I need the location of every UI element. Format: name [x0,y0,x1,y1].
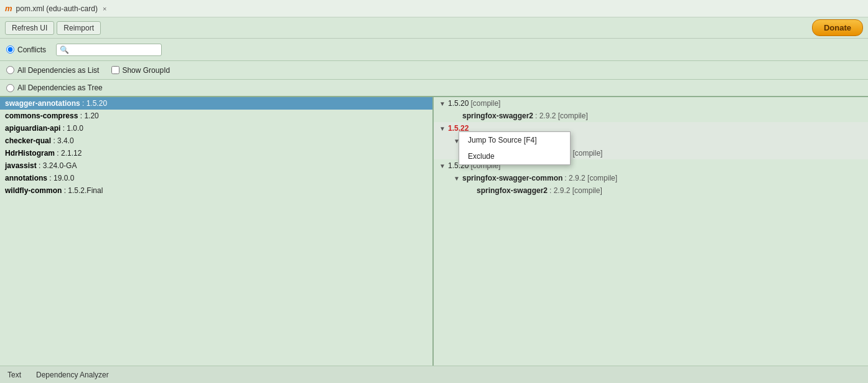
context-menu-item[interactable]: Exclude [459,148,570,164]
tree-item-extra: [compile] [470,99,500,108]
main-content: swagger-annotations : 1.5.20commons-comp… [0,97,868,366]
table-row[interactable]: ▼1.5.20 [compile] [434,97,868,110]
title-text: pom.xml (edu-auth-card) [16,4,98,13]
list-item[interactable]: swagger-annotations : 1.5.20 [0,97,432,110]
tree-toggle-icon[interactable]: ▼ [439,100,446,107]
tree-toggle-icon[interactable]: ▼ [439,125,446,132]
table-row[interactable]: springfox-swagger2 : 2.9.2 [compile] [434,184,868,197]
close-icon[interactable]: × [103,5,106,12]
indent-spacer [439,174,451,182]
dep-name: HdrHistogram [5,149,55,158]
search-icon: 🔍 [60,45,69,54]
conflicts-radio[interactable] [6,45,14,54]
title-bar: m pom.xml (edu-auth-card) × [0,0,868,17]
right-panel: ▼1.5.20 [compile] springfox-swagger2 : 2… [434,97,868,366]
dep-name: wildfly-common [5,186,62,195]
show-groupid-group: Show GroupId [111,66,170,75]
tree-item-extra: : 2.9.2 [compile] [535,111,588,120]
tree-item-name: springfox-swagger2 [462,111,533,120]
show-groupid-checkbox[interactable] [111,66,119,74]
dep-version: : 3.24.0-GA [37,161,77,170]
indent-spacer [439,136,451,145]
toolbar: Refresh UI Reimport Donate [0,17,868,39]
dep-version: : 1.0.0 [60,124,83,133]
dep-version: : 1.20 [78,111,98,120]
dependency-analyzer-tab[interactable]: Dependency Analyzer [34,369,111,381]
all-deps-tree-radio[interactable] [6,84,14,92]
indent-spacer [439,186,451,195]
all-deps-list-radio-group: All Dependencies as List [6,66,99,75]
dep-version: : 19.0.0 [47,174,74,182]
dep-name: checker-qual [5,136,51,145]
indent-spacer [439,149,451,158]
tree-toggle-icon[interactable]: ▼ [453,175,460,182]
all-deps-tree-radio-group: All Dependencies as Tree [6,83,103,92]
dep-version: : 1.5.20 [80,99,107,108]
conflicts-label[interactable]: Conflicts [17,45,46,54]
list-item[interactable]: apiguardian-api : 1.0.0 [0,122,432,135]
left-panel: swagger-annotations : 1.5.20commons-comp… [0,97,434,366]
options-bar-1: All Dependencies as List Show GroupId [0,61,868,80]
tree-item-extra: : 2.9.2 [compile] [564,174,617,182]
show-groupid-label[interactable]: Show GroupId [122,66,170,75]
dep-version: : 1.5.2.Final [62,186,103,195]
donate-button[interactable]: Donate [812,19,863,36]
all-deps-list-label[interactable]: All Dependencies as List [17,66,99,75]
dep-name: swagger-annotations [5,99,80,108]
search-input[interactable] [71,45,158,54]
table-row[interactable]: springfox-swagger2 : 2.9.2 [compile] [434,110,868,122]
indent-spacer [453,186,465,195]
filter-bar: Conflicts 🔍 [0,39,868,61]
tree-item-name: springfox-swagger2 [477,186,548,195]
context-menu: Jump To Source [F4]Exclude [459,131,571,165]
all-deps-tree-label[interactable]: All Dependencies as Tree [17,83,103,92]
dep-name: commons-compress [5,111,78,120]
all-deps-list-radio[interactable] [6,66,14,74]
dep-name: annotations [5,174,47,182]
dep-name: apiguardian-api [5,124,60,133]
tree-toggle-icon[interactable]: ▼ [439,163,446,169]
list-item[interactable]: checker-qual : 3.4.0 [0,135,432,147]
tree-item-name: springfox-swagger-common [462,174,562,182]
dep-version: : 2.1.12 [55,149,82,158]
text-tab[interactable]: Text [5,369,24,381]
list-item[interactable]: commons-compress : 1.20 [0,110,432,122]
dep-version: : 3.4.0 [51,136,74,145]
list-item[interactable]: javassist : 3.24.0-GA [0,159,432,172]
tree-item-name: 1.5.20 [448,99,469,108]
search-box: 🔍 [56,44,162,56]
tree-item-extra: : 2.9.2 [compile] [549,186,602,195]
list-item[interactable]: wildfly-common : 1.5.2.Final [0,184,432,197]
context-menu-item[interactable]: Jump To Source [F4] [459,132,570,148]
conflicts-radio-group: Conflicts [6,45,46,54]
table-row[interactable]: ▼springfox-swagger-common : 2.9.2 [compi… [434,172,868,184]
list-item[interactable]: annotations : 19.0.0 [0,172,432,184]
app-logo: m [5,4,12,13]
dep-name: javassist [5,161,37,170]
options-bar-2: All Dependencies as Tree [0,80,868,97]
status-bar: Text Dependency Analyzer [0,366,868,383]
list-item[interactable]: HdrHistogram : 2.1.12 [0,147,432,159]
reimport-button[interactable]: Reimport [57,21,101,35]
refresh-ui-button[interactable]: Refresh UI [5,21,54,35]
indent-spacer [439,111,451,120]
